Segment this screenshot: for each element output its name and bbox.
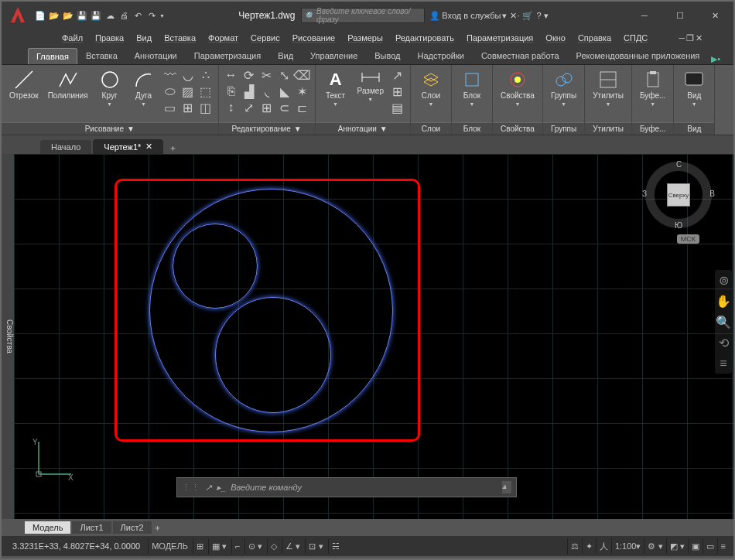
ribbon-tab-featured[interactable]: Рекомендованные приложения <box>568 47 709 64</box>
layout-sheet1[interactable]: Лист1 <box>72 521 111 534</box>
extend-icon[interactable]: ⤡ <box>277 68 292 82</box>
maximize-button[interactable]: ☐ <box>662 4 698 27</box>
layout-add-button[interactable]: ＋ <box>153 522 162 534</box>
layout-sheet2[interactable]: Лист2 <box>113 521 152 534</box>
gear-icon[interactable]: ⚙ ▾ <box>644 538 665 554</box>
text-button[interactable]: AТекст▼ <box>320 68 351 108</box>
ucs-label[interactable]: МСК <box>677 234 699 244</box>
coordinates-readout[interactable]: 3.3231E+33, 4.8027E+34, 0.0000 <box>6 541 146 551</box>
panel-edit-title[interactable]: Редактирование ▼ <box>219 122 315 135</box>
nav-wheel-icon[interactable]: ⊚ <box>719 273 729 288</box>
nav-show-icon[interactable]: ≡ <box>720 357 726 370</box>
mdi-restore[interactable]: ❐ <box>686 33 694 43</box>
drawing-canvas[interactable]: YX ⋮⋮ ↗ ▸_ Введите команду ▴ Сверху С Ю … <box>14 154 733 519</box>
menu-format[interactable]: Формат <box>202 32 244 44</box>
snap-toggle-icon[interactable]: ▦ ▾ <box>208 538 230 554</box>
polyline-button[interactable]: Полилиния <box>45 68 91 101</box>
ribbon-tab-param[interactable]: Параметризация <box>186 47 269 64</box>
erase-icon[interactable]: ⌫ <box>295 68 310 82</box>
cmdline-recent-icon[interactable]: ↗ <box>205 483 212 493</box>
nav-orbit-icon[interactable]: ⟲ <box>719 336 729 350</box>
osnap-icon[interactable]: ◇ <box>267 538 280 554</box>
nav-zoom-icon[interactable]: 🔍 <box>716 315 731 330</box>
layout-model[interactable]: Модель <box>25 521 70 534</box>
viewcube-east[interactable]: В <box>709 190 715 198</box>
clipboard-button[interactable]: Буфе...▼ <box>637 68 668 108</box>
exchange-icon[interactable]: ✕· <box>510 11 519 21</box>
polar-icon[interactable]: ⊙ ▾ <box>244 538 265 554</box>
menu-edit[interactable]: Правка <box>89 32 130 44</box>
command-line[interactable]: ⋮⋮ ↗ ▸_ Введите команду ▴ <box>176 477 517 497</box>
chamfer-icon[interactable]: ◣ <box>277 84 292 98</box>
status-model[interactable]: МОДЕЛЬ <box>148 538 191 554</box>
tool8-icon[interactable]: ⊞ <box>180 101 196 114</box>
tool3-icon[interactable]: ∴ <box>198 68 214 82</box>
stretch-icon[interactable]: ↕ <box>224 101 239 114</box>
viewcube-south[interactable]: Ю <box>675 221 682 230</box>
ribbon-tab-home[interactable]: Главная <box>28 48 77 64</box>
mirror-icon[interactable]: ▟ <box>241 84 257 98</box>
ortho-icon[interactable]: ⌐ <box>231 538 243 554</box>
close-button[interactable]: ✕ <box>698 4 733 27</box>
panel-draw-title[interactable]: Рисование ▼ <box>2 122 218 135</box>
scale-readout[interactable]: 1:100 ▾ <box>611 538 644 554</box>
annovis-icon[interactable]: ✦ <box>582 538 596 554</box>
open2-icon[interactable]: 📂 <box>62 9 74 22</box>
grid-toggle-icon[interactable]: ⊞ <box>193 538 207 554</box>
qat-dropdown[interactable]: ▼ <box>159 13 165 19</box>
ribbon-tab-view[interactable]: Вид <box>269 47 302 64</box>
array-icon[interactable]: ⊞ <box>259 101 275 114</box>
ribbon-tab-annot[interactable]: Аннотации <box>126 47 186 64</box>
save-icon[interactable]: 💾 <box>76 9 88 22</box>
menu-view[interactable]: Вид <box>130 32 158 44</box>
circle-small-upper[interactable] <box>173 224 258 309</box>
cart-icon[interactable]: 🛒 <box>522 11 533 21</box>
scale-icon[interactable]: ⤢ <box>241 101 257 114</box>
search-input[interactable]: 🔍 Введите ключевое слово/фразу <box>301 8 425 23</box>
fillet-icon[interactable]: ◟ <box>259 84 275 98</box>
tpy-icon[interactable]: ☵ <box>328 538 343 554</box>
clean-icon[interactable]: ▭ <box>703 538 717 554</box>
mdi-minimize[interactable]: ─ <box>679 33 685 43</box>
ribbon-tab-output[interactable]: Вывод <box>366 47 409 64</box>
mdi-close[interactable]: ✕ <box>696 33 703 43</box>
tool2-icon[interactable]: ◡ <box>180 68 196 82</box>
dimension-button[interactable]: Размер▼ <box>354 68 387 104</box>
rect-icon[interactable]: ▭ <box>162 101 178 114</box>
circle-medium-lower[interactable] <box>215 297 331 413</box>
iso-icon[interactable]: ▣ <box>688 538 703 554</box>
cloud-icon[interactable]: ☁ <box>104 9 116 22</box>
menu-draw[interactable]: Рисование <box>286 32 341 44</box>
help-icon[interactable]: ? ▾ <box>536 11 548 21</box>
annoscale-icon[interactable]: ⚖ <box>567 538 582 554</box>
ellipse-icon[interactable]: ⬭ <box>162 84 178 98</box>
menu-dims[interactable]: Размеры <box>341 32 389 44</box>
layers-button[interactable]: Слои▼ <box>415 68 446 108</box>
table-icon[interactable]: ⊞ <box>390 84 405 98</box>
undo-icon[interactable]: ↶ <box>132 9 144 22</box>
mtext-icon[interactable]: ▤ <box>390 101 405 114</box>
view-button[interactable]: Вид▼ <box>679 68 709 108</box>
properties-palette-tab[interactable]: Свойства <box>2 154 14 519</box>
new-icon[interactable]: 📄 <box>34 9 46 22</box>
ribbon-tab-insert[interactable]: Вставка <box>77 47 126 64</box>
move-icon[interactable]: ↔ <box>224 68 239 82</box>
cmdline-scroll[interactable]: ▴ <box>502 481 511 493</box>
tool6-icon[interactable]: ⬚ <box>198 84 214 98</box>
redo-icon[interactable]: ↷ <box>145 9 158 22</box>
copy-icon[interactable]: ⎘ <box>224 84 239 98</box>
menu-window[interactable]: Окно <box>539 32 572 44</box>
ribbon-play-icon[interactable]: ▶• <box>711 54 720 64</box>
ws-icon[interactable]: ◩ ▾ <box>666 538 688 554</box>
ribbon-tab-collab[interactable]: Совместная работа <box>473 47 568 64</box>
nav-pan-icon[interactable]: ✋ <box>716 294 731 309</box>
annoauto-icon[interactable]: 人 <box>596 538 611 554</box>
tab-start[interactable]: Начало <box>40 140 91 154</box>
circle-button[interactable]: Круг▼ <box>94 68 125 108</box>
arc-button[interactable]: Дуга▼ <box>128 68 159 108</box>
app-logo[interactable] <box>5 4 31 27</box>
spline-icon[interactable]: 〰 <box>162 68 178 82</box>
menu-modify[interactable]: Редактировать <box>389 32 460 44</box>
offset-icon[interactable]: ⊂ <box>277 101 292 114</box>
hatch-icon[interactable]: ▨ <box>180 84 196 98</box>
